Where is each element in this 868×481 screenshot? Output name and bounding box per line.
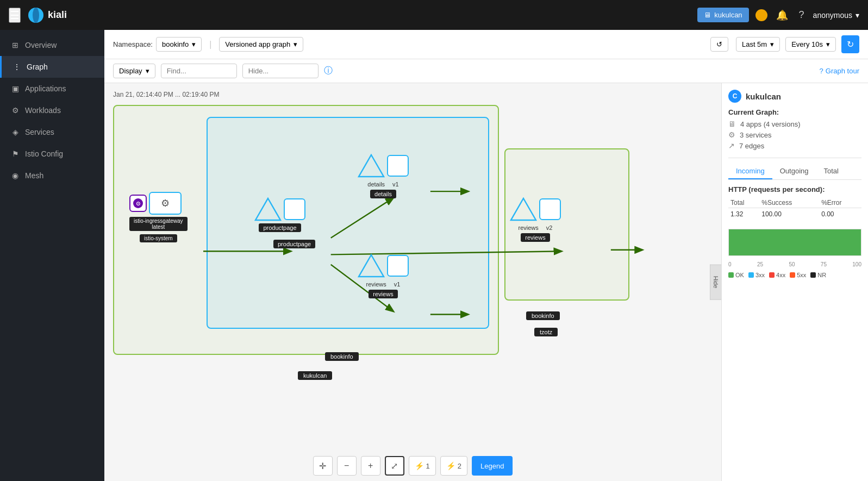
sidebar-item-workloads[interactable]: ⚙ Workloads (0, 99, 104, 121)
reviews-v2-triangle-container (510, 197, 537, 221)
refresh-button[interactable]: ↻ (841, 35, 859, 53)
cell-total: 1.32 (728, 208, 759, 221)
zoom-in-button[interactable]: + (361, 456, 380, 476)
graph-canvas[interactable]: Jan 21, 02:14:40 PM ... 02:19:40 PM (104, 83, 721, 481)
sidebar: ⊞ Overview ⋮ Graph ▣ Applications ⚙ Work… (0, 30, 104, 481)
col-total: Total (728, 198, 759, 208)
sidebar-item-mesh[interactable]: ◉ Mesh (0, 165, 104, 186)
node-productpage[interactable]: productpage (254, 197, 305, 232)
history-icon-btn[interactable]: ↺ (710, 37, 728, 52)
sidebar-item-overview[interactable]: ⊞ Overview (0, 34, 104, 56)
find-input[interactable] (161, 64, 237, 78)
right-panel: C kukulcan Current Graph: 🖥 4 apps (4 ve… (721, 83, 868, 481)
axis-75: 75 (821, 261, 827, 267)
sidebar-item-applications[interactable]: ▣ Applications (0, 78, 104, 99)
nr-dot (810, 272, 816, 278)
details-node-row (358, 154, 409, 178)
gateway-node-label: istio-ingressgatewaylatest (129, 217, 188, 231)
reviews-v1-version-label: v1 (394, 281, 401, 288)
zoom-out-button[interactable]: − (337, 456, 357, 476)
legend-button[interactable]: Legend (472, 456, 513, 476)
zoom-fit-button[interactable]: ✛ (313, 456, 333, 476)
display-dropdown[interactable]: Display ▾ (113, 64, 155, 78)
sidebar-item-services[interactable]: ◈ Services (0, 121, 104, 143)
cell-success: 100.00 (759, 208, 819, 221)
node-istio-gateway[interactable]: ⊙ ⚙ istio-ingressgatewaylatest istio-sys… (129, 192, 188, 242)
overview-icon: ⊞ (11, 41, 20, 49)
refresh-interval-chevron-icon: ▾ (826, 40, 830, 48)
namespace-dropdown[interactable]: bookinfo ▾ (156, 37, 202, 52)
fit-icon: ⤢ (391, 461, 398, 471)
sidebar-label-istio-config: Istio Config (25, 149, 63, 158)
sidebar-item-istio-config[interactable]: ⚑ Istio Config (0, 143, 104, 165)
namespace-value: bookinfo (162, 40, 189, 48)
refresh-interval-dropdown[interactable]: Every 10s ▾ (785, 37, 836, 52)
sidebar-label-graph: Graph (27, 63, 48, 71)
details-triangle-svg (358, 154, 385, 178)
reviews-v1-triangle-svg (358, 254, 385, 278)
time-range-label: Last 5m (742, 40, 767, 48)
bar-axis: 0 25 50 75 100 (728, 261, 861, 267)
apps-icon: 🖥 (728, 120, 736, 128)
layout-button-2[interactable]: ⚡ 2 (440, 456, 467, 476)
display-chevron-icon: ▾ (146, 67, 149, 75)
tab-outgoing[interactable]: Outgoing (772, 164, 816, 179)
tab-total[interactable]: Total (816, 164, 846, 179)
graph-tour-label: Graph tour (826, 67, 859, 75)
hamburger-button[interactable]: ☰ (9, 8, 21, 23)
help-button[interactable]: ? (797, 7, 807, 23)
main-layout: ⊞ Overview ⋮ Graph ▣ Applications ⚙ Work… (0, 30, 868, 481)
kiali-logo-icon (27, 7, 45, 24)
node-details[interactable]: details v1 details (358, 154, 409, 198)
fit-graph-button[interactable]: ⤢ (385, 456, 404, 476)
logo-text: kiali (48, 9, 67, 21)
sidebar-item-graph[interactable]: ⋮ Graph (0, 56, 104, 78)
axis-100: 100 (852, 261, 861, 267)
col-error: %Error (819, 198, 861, 208)
reviews-v1-label: reviews (366, 281, 386, 288)
services-stat-icon: ⚙ (728, 130, 735, 139)
cell-error: 0.00 (819, 208, 861, 221)
ok-dot (728, 272, 734, 278)
productpage-v1-label: productpage (273, 240, 315, 248)
productpage-label: productpage (259, 223, 301, 232)
details-labels-row: details v1 (367, 181, 398, 188)
apps-stat-row: 🖥 4 apps (4 versions) (728, 120, 861, 128)
sidebar-label-applications: Applications (25, 84, 66, 93)
svg-marker-11 (359, 155, 384, 177)
legend-row: OK 3xx 4xx 5xx (728, 272, 861, 278)
gateway-purple-icon: ⊙ (133, 198, 143, 208)
bell-button[interactable]: 🔔 (774, 7, 790, 23)
layout-button-1[interactable]: ⚡ 1 (409, 456, 436, 476)
time-range-dropdown[interactable]: Last 5m ▾ (736, 37, 780, 52)
services-stat-row: ⚙ 3 services (728, 130, 861, 139)
5xx-label: 5xx (797, 272, 806, 278)
graph-tour-help-icon: ? (820, 67, 823, 75)
refresh-interval-label: Every 10s (791, 40, 823, 48)
currency-icon (755, 9, 767, 21)
graph-type-dropdown[interactable]: Versioned app graph ▾ (219, 37, 303, 52)
namespace-label: Namespace: (113, 40, 153, 48)
node-reviews-v2[interactable]: reviews v2 reviews (510, 197, 561, 242)
hide-panel-tab[interactable]: Hide (710, 265, 721, 300)
axis-0: 0 (728, 261, 732, 267)
panel-header: C kukulcan (728, 90, 861, 103)
reviews-v1-labels-row: reviews v1 (366, 281, 401, 288)
tab-incoming[interactable]: Incoming (728, 164, 772, 179)
hide-input[interactable] (242, 64, 319, 78)
productpage-triangle-container (254, 197, 282, 221)
graph-tour-button[interactable]: ? Graph tour (820, 67, 859, 75)
ns-label-bookinfo-main: bookinfo (325, 352, 359, 361)
reviews-v2-node-row (510, 197, 561, 221)
node-reviews-v1[interactable]: reviews v1 reviews (358, 254, 409, 298)
edges-label: 7 edges (739, 142, 764, 150)
productpage-v1-label-area: productpage (273, 240, 315, 248)
cluster-label: kukulcan (714, 11, 742, 19)
cluster-button[interactable]: 🖥 kukulcan (697, 8, 748, 22)
apps-label: 4 apps (4 versions) (740, 120, 801, 128)
productpage-square (284, 198, 305, 220)
user-menu[interactable]: anonymous ▾ (813, 11, 859, 20)
details-version-label: v1 (392, 181, 399, 188)
gateway-icon-box: ⊙ (129, 195, 147, 212)
graph-icon: ⋮ (13, 63, 21, 71)
